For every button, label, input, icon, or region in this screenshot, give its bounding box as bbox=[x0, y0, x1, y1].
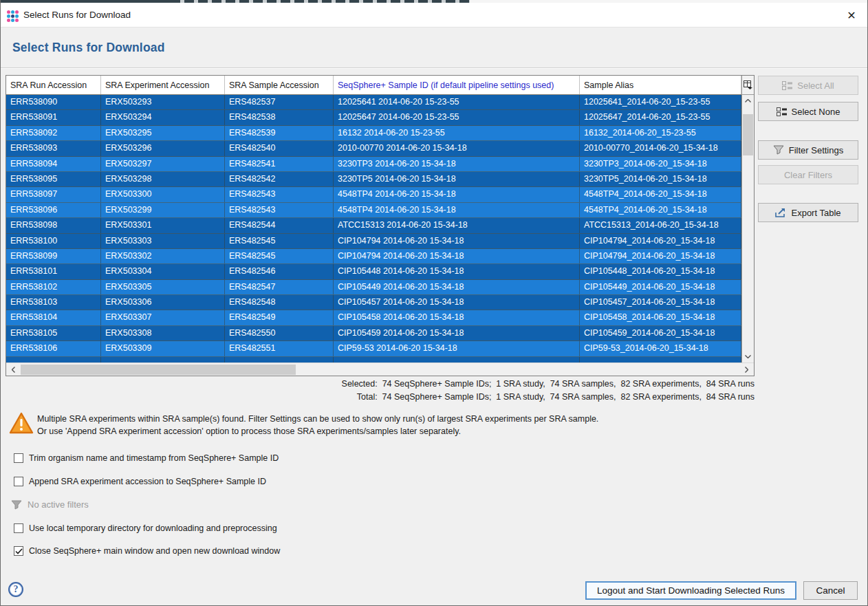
table-cell: ERS482549 bbox=[225, 310, 334, 325]
table-cell: ERS482550 bbox=[225, 326, 334, 340]
table-row[interactable]: ERR538091ERX503294ERS48253812025647 2014… bbox=[6, 110, 741, 125]
table-cell: ERX503296 bbox=[101, 141, 225, 155]
table-cell: ERR538091 bbox=[6, 110, 101, 125]
column-header[interactable]: SeqSphere+ Sample ID (if default pipelin… bbox=[334, 76, 580, 94]
runs-table: SRA Run AccessionSRA Experiment Accessio… bbox=[6, 75, 755, 376]
close-main-window-option[interactable]: Close SeqSphere+ main window and open ne… bbox=[14, 546, 280, 556]
scroll-right-icon[interactable] bbox=[741, 364, 752, 376]
option-label: Trim organism name and timestamp from Se… bbox=[29, 453, 279, 463]
table-row[interactable]: ERR538093ERX503296ERS4825402010-00770 20… bbox=[6, 141, 741, 156]
append-accession-option[interactable]: Append SRA experiment accession to SeqSp… bbox=[14, 477, 266, 486]
table-row[interactable]: ERR538102ERX503305ERS482547CIP105449 201… bbox=[6, 280, 741, 295]
local-temp-dir-option[interactable]: Use local temporary directory for downlo… bbox=[14, 523, 277, 533]
option-label: Close SeqSphere+ main window and open ne… bbox=[29, 546, 280, 556]
table-cell: CIP59-53 2014-06-20 15-34-18 bbox=[334, 341, 580, 356]
logout-and-download-button[interactable]: Logout and Start Downloading Selected Ru… bbox=[585, 581, 796, 600]
help-icon[interactable]: ? bbox=[8, 582, 23, 597]
button-label: Clear Filters bbox=[784, 170, 832, 180]
filter-status: No active filters bbox=[11, 499, 89, 510]
table-row[interactable]: ERR538094ERX503297ERS4825413230TP3 2014-… bbox=[6, 157, 741, 172]
table-cell: CIP105449_2014-06-20_15-34-18 bbox=[580, 280, 741, 294]
separator bbox=[0, 67, 868, 69]
vertical-scrollbar[interactable] bbox=[741, 95, 754, 362]
table-cell: ATCC15313_2014-06-20_15-34-18 bbox=[580, 218, 741, 232]
table-cell: ERX503304 bbox=[101, 264, 225, 279]
table-row-partial[interactable] bbox=[6, 357, 741, 362]
vertical-scrollbar-thumb[interactable] bbox=[743, 114, 753, 155]
close-icon[interactable]: ✕ bbox=[842, 8, 861, 24]
filter-status-text: No active filters bbox=[28, 499, 89, 510]
table-cell: ERX503301 bbox=[101, 218, 225, 232]
table-row[interactable]: ERR538101ERX503304ERS482546CIP105448 201… bbox=[6, 264, 741, 279]
scroll-left-icon[interactable] bbox=[8, 364, 19, 376]
table-cell: CIP105459 2014-06-20 15-34-18 bbox=[334, 326, 580, 340]
table-cell: 16132_2014-06-20_15-23-55 bbox=[580, 126, 741, 140]
table-cell: CIP104794 2014-06-20 15-34-18 bbox=[334, 249, 580, 263]
table-row[interactable]: ERR538095ERX503298ERS4825423230TP5 2014-… bbox=[6, 172, 741, 187]
close-main-window-checkbox[interactable] bbox=[14, 546, 23, 556]
table-cell: CIP104794_2014-06-20_15-34-18 bbox=[580, 234, 741, 248]
trim-organism-option[interactable]: Trim organism name and timestamp from Se… bbox=[14, 453, 279, 463]
status-selected: Selected: 74 SeqSphere+ Sample IDs; 1 SR… bbox=[6, 379, 755, 389]
table-cell: CIP105457_2014-06-20_15-34-18 bbox=[580, 295, 741, 310]
table-cell: ERS482546 bbox=[225, 264, 334, 279]
table-cell: 16132 2014-06-20 15-23-55 bbox=[334, 126, 580, 140]
export-table-button[interactable]: Export Table bbox=[758, 203, 858, 222]
scroll-up-icon[interactable] bbox=[742, 95, 754, 107]
column-header[interactable]: SRA Sample Accession bbox=[225, 76, 334, 94]
column-config-button[interactable] bbox=[741, 76, 754, 95]
table-cell: 4548TP4 2014-06-20 15-34-18 bbox=[334, 203, 580, 217]
table-row[interactable]: ERR538092ERX503295ERS48253916132 2014-06… bbox=[6, 126, 741, 141]
table-cell: ERX503303 bbox=[101, 234, 225, 248]
table-cell: 2010-00770_2014-06-20_15-34-18 bbox=[580, 141, 741, 155]
horizontal-scrollbar-thumb[interactable] bbox=[21, 365, 296, 375]
column-header[interactable]: SRA Run Accession bbox=[6, 76, 101, 94]
select-all-button: Select All bbox=[758, 76, 858, 95]
append-accession-checkbox[interactable] bbox=[14, 477, 23, 486]
table-cell: 12025647 2014-06-20 15-23-55 bbox=[334, 110, 580, 125]
table-row[interactable]: ERR538104ERX503307ERS482549CIP105458 201… bbox=[6, 310, 741, 325]
column-header[interactable]: Sample Alias bbox=[580, 76, 741, 94]
table-cell: ERR538095 bbox=[6, 172, 101, 186]
filter-settings-button[interactable]: Filter Settings bbox=[758, 140, 858, 160]
table-cell: CIP105448_2014-06-20_15-34-18 bbox=[580, 264, 741, 279]
seqsphere-logo-icon bbox=[7, 10, 19, 22]
table-cell: CIP105459_2014-06-20_15-34-18 bbox=[580, 326, 741, 340]
local-temp-dir-checkbox[interactable] bbox=[14, 523, 23, 533]
option-label: Use local temporary directory for downlo… bbox=[29, 523, 277, 533]
horizontal-scrollbar[interactable] bbox=[6, 362, 754, 376]
table-row[interactable]: ERR538090ERX503293ERS48253712025641 2014… bbox=[6, 95, 741, 110]
table-row[interactable]: ERR538098ERX503301ERS482544ATCC15313 201… bbox=[6, 218, 741, 233]
table-rows: ERR538090ERX503293ERS48253712025641 2014… bbox=[6, 95, 741, 362]
table-cell: ERX503297 bbox=[101, 157, 225, 171]
window-title: Select Runs for Download bbox=[23, 10, 131, 20]
table-cell: ERX503293 bbox=[101, 95, 225, 109]
table-row[interactable]: ERR538096ERX503299ERS4825434548TP4 2014-… bbox=[6, 203, 741, 218]
column-header[interactable]: SRA Experiment Accession bbox=[101, 76, 225, 94]
button-label: Select None bbox=[792, 107, 840, 117]
table-cell: ERX503299 bbox=[101, 203, 225, 217]
table-cell: ERS482545 bbox=[225, 234, 334, 248]
cancel-button[interactable]: Cancel bbox=[803, 581, 858, 600]
table-cell: ERS482544 bbox=[225, 218, 334, 232]
table-cell: ERS482540 bbox=[225, 141, 334, 155]
trim-organism-checkbox[interactable] bbox=[14, 453, 23, 463]
table-row[interactable]: ERR538099ERX503302ERS482545CIP104794 201… bbox=[6, 249, 741, 264]
table-row[interactable]: ERR538105ERX503308ERS482550CIP105459 201… bbox=[6, 326, 741, 341]
table-cell bbox=[6, 357, 101, 362]
table-cell: ERS482543 bbox=[225, 187, 334, 202]
table-row[interactable]: ERR538103ERX503306ERS482548CIP105457 201… bbox=[6, 295, 741, 310]
select-none-button[interactable]: Select None bbox=[758, 102, 858, 121]
table-cell: ERX503306 bbox=[101, 295, 225, 310]
table-cell: ERR538106 bbox=[6, 341, 101, 356]
table-cell: CIP105449 2014-06-20 15-34-18 bbox=[334, 280, 580, 294]
table-row[interactable]: ERR538106ERX503309ERS482551CIP59-53 2014… bbox=[6, 341, 741, 356]
table-cell: 2010-00770 2014-06-20 15-34-18 bbox=[334, 141, 580, 155]
select-none-icon bbox=[777, 107, 787, 116]
table-row[interactable]: ERR538097ERX503300ERS4825434548TP4 2014-… bbox=[6, 187, 741, 202]
table-row[interactable]: ERR538100ERX503303ERS482545CIP104794 201… bbox=[6, 234, 741, 249]
table-cell: ERX503294 bbox=[101, 110, 225, 125]
scroll-down-icon[interactable] bbox=[742, 351, 754, 362]
table-cell: ERR538099 bbox=[6, 249, 101, 263]
table-cell: 3230TP3_2014-06-20_15-34-18 bbox=[580, 157, 741, 171]
